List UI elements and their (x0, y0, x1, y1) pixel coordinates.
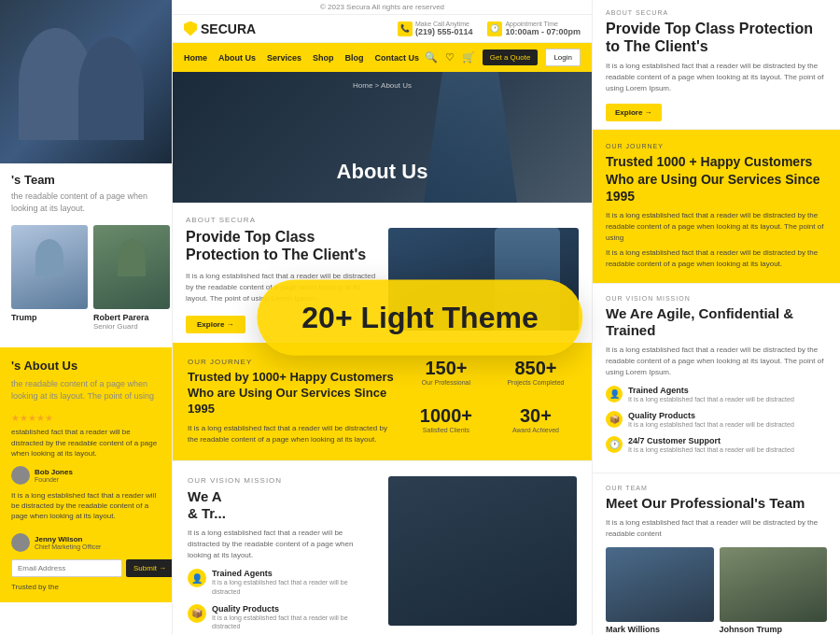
quality-products-icon: 📦 (188, 604, 206, 623)
page-wrapper: 's Team the readable content of a page w… (0, 0, 840, 635)
right-explore-button[interactable]: Explore → (606, 104, 662, 121)
about-heading: Provide Top Class Protection to The Clie… (186, 228, 377, 263)
reviewer-2-name: Jenny Wilson (35, 535, 101, 543)
breadcrumb: Home > About Us (353, 81, 412, 90)
team-member-2-role: Senior Guard (93, 322, 170, 331)
trained-agents-icon: 👤 (188, 569, 206, 587)
stat-1: 150+ Our Professional (405, 358, 487, 398)
feature-2-title: Quality Products (212, 604, 377, 614)
stat-1-number: 150+ (405, 358, 487, 379)
vision-text: It is a long established fact that a rea… (188, 528, 377, 561)
stat-2: 850+ Projects Completed (495, 358, 577, 398)
hero-title: About Us (337, 160, 428, 184)
review-text-2: It is a long established fact that a rea… (11, 490, 161, 522)
left-team-photos: Trump Robert Parera Senior Guard (11, 225, 161, 331)
team-member-2-name: Robert Parera (93, 313, 170, 322)
nav-contact[interactable]: Contact Us (375, 53, 420, 63)
about-content: Provide Top Class Protection to The Clie… (186, 228, 377, 333)
nav-home[interactable]: Home (184, 53, 207, 63)
vision-content: OUR VISION MISSION We A& Tr... It is a l… (188, 476, 377, 635)
stats-grid: 150+ Our Professional 850+ Projects Comp… (405, 358, 577, 445)
right-team-label: OUR TEAM (606, 485, 827, 491)
left-yellow-section: 's About Us the readable content of a pa… (0, 347, 172, 601)
appointment-label: Appointment Time (505, 21, 581, 27)
team-photo-2 (93, 225, 170, 309)
stat-4-label: Award Achieved (495, 427, 577, 433)
reviewer-2-row: It is a long established fact that a rea… (11, 490, 161, 529)
right-about-section: ABOUT SECURA Provide Top Class Protectio… (593, 0, 840, 130)
right-vision-heading: We Are Agile, Confidential & Trained (606, 305, 827, 339)
stat-3-label: Satisfied Clients (405, 427, 487, 433)
stat-2-number: 850+ (495, 358, 577, 379)
feature-2-info: Quality Products It is a long establishe… (212, 604, 377, 632)
phone-icon: 📞 (398, 21, 413, 36)
email-input[interactable] (11, 559, 122, 577)
search-icon[interactable]: 🔍 (425, 51, 438, 64)
reviewer-1-title: Founder (35, 476, 73, 483)
right-feature-2: 📦 Quality Products It is a long establis… (606, 411, 827, 429)
nav-about[interactable]: About Us (218, 53, 256, 63)
reviewer-1: Bob Jones Founder (11, 466, 161, 485)
get-quote-button[interactable]: Get a Quote (483, 49, 539, 65)
security-image (388, 228, 580, 331)
login-button[interactable]: Login (545, 49, 581, 66)
right-trained-agents-icon: 👤 (606, 386, 623, 402)
left-yellow-title: 's About Us (11, 359, 161, 373)
nav-contact: 📞 Make Call Anytime (219) 555-0114 🕐 App… (398, 21, 581, 36)
right-team-member-1-name: Mark Willions (606, 625, 714, 634)
right-team-photo-1 (606, 547, 714, 622)
stat-3: 1000+ Satisfied Clients (405, 405, 487, 445)
stat-4: 30+ Award Achieved (495, 405, 577, 445)
right-feature-3-info: 24/7 Customer Support It is a long estab… (628, 436, 794, 454)
left-team-section: 's Team the readable content of a page w… (0, 163, 172, 347)
stat-2-label: Projects Completed (495, 379, 577, 386)
nav-links-bar: Home About Us Services Shop Blog Contact… (173, 43, 592, 72)
heart-icon[interactable]: ♡ (445, 51, 455, 64)
vision-section: OUR VISION MISSION We A& Tr... It is a l… (173, 460, 592, 635)
right-feature-1: 👤 Trained Agents It is a long establishe… (606, 386, 827, 403)
vision-image (388, 476, 578, 626)
right-feature-1-info: Trained Agents It is a long established … (628, 386, 794, 403)
right-team-photos: Mark Willions Senior Guard Johnson Trump (606, 547, 827, 635)
hero-banner: Home > About Us About Us (173, 72, 592, 203)
hero-person (424, 72, 517, 203)
right-journey-section: OUR JOURNEY Trusted 1000 + Happy Custome… (593, 130, 840, 283)
email-row: Submit → (11, 559, 161, 577)
right-feature-2-info: Quality Products It is a long establishe… (628, 411, 794, 429)
security-person-figure (495, 228, 560, 331)
right-vision-section: OUR VISION MISSION We Are Agile, Confide… (593, 283, 840, 473)
feature-2-desc: It is a long established fact that a rea… (212, 614, 377, 632)
nav-blog[interactable]: Blog (345, 53, 364, 63)
about-label: ABOUT SECURA (186, 216, 579, 224)
nav-shop[interactable]: Shop (313, 53, 334, 63)
right-team-member-2: Johnson Trump (720, 547, 828, 635)
left-team-title: 's Team (11, 173, 161, 187)
vision-label: OUR VISION MISSION (188, 476, 377, 485)
right-feature-3: 🕐 24/7 Customer Support It is a long est… (606, 436, 827, 454)
journey-section: OUR JOURNEY Trusted by 1000+ Happy Custo… (173, 343, 592, 460)
logo: SECURA (184, 21, 256, 36)
about-section: ABOUT SECURA Provide Top Class Protectio… (173, 203, 592, 343)
left-team-desc: the readable content of a page when look… (11, 190, 161, 214)
right-team-text: It is a long established fact that a rea… (606, 517, 827, 540)
cart-icon[interactable]: 🛒 (462, 51, 475, 64)
stat-3-number: 1000+ (405, 405, 487, 427)
right-feature-2-desc: It is a long established fact that a rea… (628, 420, 794, 429)
explore-button[interactable]: Explore → (186, 316, 245, 333)
nav-services[interactable]: Services (267, 53, 301, 63)
right-team-member-2-name: Johnson Trump (720, 625, 828, 634)
right-feature-3-title: 24/7 Customer Support (628, 436, 794, 445)
right-team-photo-2 (720, 547, 828, 622)
team-member-2: Robert Parera Senior Guard (93, 225, 170, 331)
logo-text: SECURA (201, 21, 256, 36)
phone-number: (219) 555-0114 (415, 27, 473, 36)
reviewer-1-name: Bob Jones (35, 468, 73, 476)
journey-heading: Trusted by 1000+ Happy Customers Who are… (188, 370, 394, 417)
feature-1-title: Trained Agents (212, 569, 377, 578)
right-about-label: ABOUT SECURA (606, 9, 827, 16)
submit-button[interactable]: Submit → (126, 559, 173, 577)
vision-feature-1: 👤 Trained Agents It is a long establishe… (188, 569, 377, 597)
reviewer-1-info: Bob Jones Founder (35, 468, 73, 483)
feature-1-desc: It is a long established fact that a rea… (212, 578, 377, 597)
clock-icon: 🕐 (487, 21, 502, 36)
